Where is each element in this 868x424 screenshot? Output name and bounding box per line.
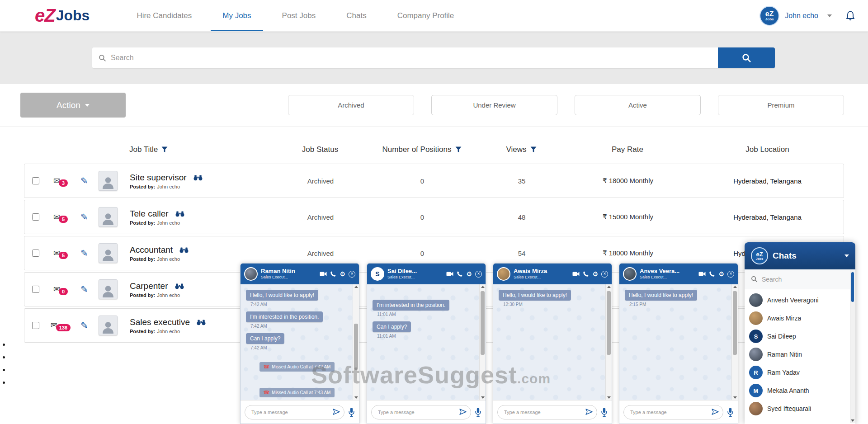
applicants-badge[interactable]: ✉0	[53, 285, 68, 293]
row-checkbox[interactable]	[32, 213, 39, 221]
filter-button-premium[interactable]: Premium	[718, 95, 844, 115]
user-menu[interactable]: eZ Jobs John echo	[760, 0, 855, 31]
job-title[interactable]: Accountant	[130, 245, 173, 255]
video-call-icon[interactable]	[572, 271, 580, 277]
row-checkbox[interactable]	[32, 322, 39, 329]
close-icon[interactable]: ✕	[349, 271, 355, 278]
settings-gear-icon[interactable]: ⚙	[466, 271, 472, 277]
nav-item-my-jobs[interactable]: My Jobs	[207, 0, 266, 31]
scroll-up-icon[interactable]	[606, 286, 612, 288]
edit-icon[interactable]: ✎	[80, 320, 88, 331]
mic-icon[interactable]	[601, 407, 608, 417]
message-input[interactable]	[245, 405, 344, 419]
contact-row-anvesh-veeragoni[interactable]: Anvesh Veeragoni	[749, 291, 849, 309]
brand-logo[interactable]: eZ Jobs	[35, 0, 90, 31]
audio-call-icon[interactable]	[709, 271, 715, 277]
video-call-icon[interactable]	[698, 271, 706, 277]
mic-icon[interactable]	[727, 407, 734, 417]
send-icon[interactable]	[585, 409, 593, 415]
mic-icon[interactable]	[348, 407, 355, 417]
chat-scrollbar[interactable]	[353, 284, 359, 400]
scroll-up-icon[interactable]	[732, 286, 738, 288]
settings-gear-icon[interactable]: ⚙	[340, 271, 345, 277]
job-title[interactable]: Tele caller	[130, 209, 169, 219]
message-input[interactable]	[371, 405, 471, 419]
edit-icon[interactable]: ✎	[80, 284, 88, 295]
scrollbar-thumb[interactable]	[354, 324, 358, 370]
scrollbar-thumb[interactable]	[607, 291, 611, 355]
nav-item-company-profile[interactable]: Company Profile	[382, 0, 470, 31]
edit-icon[interactable]: ✎	[80, 175, 88, 186]
message-input[interactable]	[497, 405, 597, 419]
contact-row-awais-mirza[interactable]: Awais Mirza	[749, 309, 849, 327]
message-input[interactable]	[623, 405, 723, 419]
contact-row-raman-nitin[interactable]: Raman Nitin	[749, 345, 849, 363]
filter-button-archived[interactable]: Archived	[288, 95, 414, 115]
job-row-site-supervisor[interactable]: ✉3 ✎ Site supervisor Posted by:John echo…	[24, 164, 844, 198]
nav-item-chats[interactable]: Chats	[331, 0, 382, 31]
scroll-down-icon[interactable]	[850, 419, 855, 422]
job-title[interactable]: Carpenter	[130, 281, 168, 291]
scroll-up-icon[interactable]	[480, 286, 486, 288]
binoculars-icon[interactable]	[175, 283, 184, 289]
contact-row-mekala-ananth[interactable]: M Mekala Ananth	[749, 382, 849, 400]
scroll-down-icon[interactable]	[606, 396, 612, 399]
collapse-chevron-icon[interactable]	[844, 254, 849, 257]
scrollbar-thumb[interactable]	[733, 291, 737, 355]
row-checkbox[interactable]	[32, 286, 39, 293]
job-title[interactable]: Site supervisor	[130, 173, 187, 183]
edit-icon[interactable]: ✎	[80, 248, 88, 259]
scroll-down-icon[interactable]	[480, 396, 486, 399]
scroll-down-icon[interactable]	[353, 396, 359, 399]
send-icon[interactable]	[333, 409, 340, 415]
chat-scrollbar[interactable]	[605, 284, 612, 400]
chats-search-input[interactable]	[762, 276, 849, 283]
row-checkbox[interactable]	[32, 177, 39, 184]
chats-panel-header[interactable]: eZ Jobs Chats	[745, 242, 855, 269]
audio-call-icon[interactable]	[457, 271, 463, 277]
binoculars-icon[interactable]	[196, 319, 206, 325]
settings-gear-icon[interactable]: ⚙	[592, 271, 598, 277]
job-row-tele-caller[interactable]: ✉5 ✎ Tele caller Posted by:John echo Arc…	[24, 200, 844, 234]
close-icon[interactable]: ✕	[475, 271, 482, 278]
scrollbar-thumb[interactable]	[851, 272, 854, 302]
send-icon[interactable]	[459, 409, 467, 415]
scroll-down-icon[interactable]	[732, 396, 738, 399]
chat-scrollbar[interactable]	[731, 284, 738, 400]
filter-button-under-review[interactable]: Under Review	[431, 95, 557, 115]
edit-icon[interactable]: ✎	[80, 212, 88, 222]
audio-call-icon[interactable]	[583, 271, 589, 277]
applicants-badge[interactable]: ✉3	[53, 177, 68, 185]
filter-icon[interactable]	[530, 146, 537, 153]
job-title[interactable]: Sales executive	[130, 317, 190, 327]
close-icon[interactable]: ✕	[727, 271, 734, 278]
binoculars-icon[interactable]	[179, 247, 189, 253]
search-button[interactable]	[718, 47, 775, 68]
contacts-scrollbar[interactable]	[850, 270, 855, 423]
contact-row-syed-iftequarali[interactable]: Syed Iftequarali	[749, 400, 849, 418]
mic-icon[interactable]	[475, 407, 481, 417]
close-icon[interactable]: ✕	[601, 271, 608, 278]
settings-gear-icon[interactable]: ⚙	[718, 271, 724, 277]
nav-item-post-jobs[interactable]: Post Jobs	[267, 0, 331, 31]
video-call-icon[interactable]	[320, 271, 327, 277]
search-input[interactable]	[111, 54, 712, 62]
scroll-up-icon[interactable]	[353, 286, 359, 288]
chevron-down-icon[interactable]	[827, 14, 832, 17]
chat-scrollbar[interactable]	[479, 284, 486, 400]
binoculars-icon[interactable]	[193, 174, 203, 181]
filter-icon[interactable]	[161, 146, 168, 153]
nav-item-hire-candidates[interactable]: Hire Candidates	[121, 0, 207, 31]
contact-row-sai-dileep[interactable]: S Sai Dileep	[749, 327, 849, 345]
video-call-icon[interactable]	[446, 271, 453, 277]
notification-bell-icon[interactable]	[845, 10, 855, 21]
applicants-badge[interactable]: ✉136	[51, 321, 71, 330]
filter-button-active[interactable]: Active	[575, 95, 701, 115]
applicants-badge[interactable]: ✉5	[53, 249, 68, 257]
audio-call-icon[interactable]	[330, 271, 336, 277]
row-checkbox[interactable]	[32, 250, 39, 257]
send-icon[interactable]	[712, 409, 719, 415]
applicants-badge[interactable]: ✉5	[53, 213, 68, 221]
filter-icon[interactable]	[455, 146, 462, 153]
binoculars-icon[interactable]	[175, 211, 185, 217]
